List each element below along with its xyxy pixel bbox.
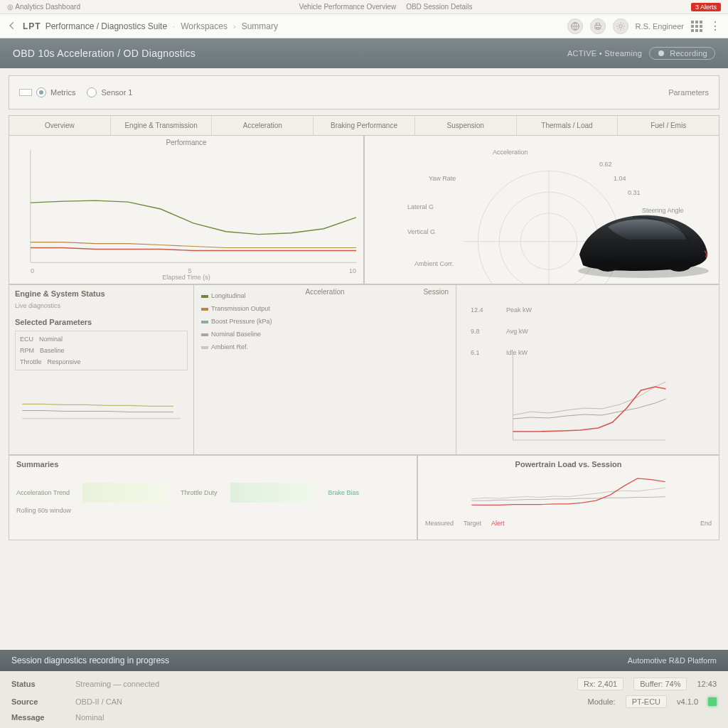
sparkline-1[interactable] <box>230 483 316 503</box>
svg-point-4 <box>619 24 622 28</box>
side-title: Engine & System Status <box>15 289 188 298</box>
side-panel: Engine & System Status Live diagnostics … <box>9 285 194 454</box>
brand-mark: LPT <box>23 21 41 31</box>
svg-text:10: 10 <box>349 267 356 274</box>
print-icon[interactable] <box>590 18 606 34</box>
f-right-a2[interactable]: Buffer: 74% <box>633 678 687 690</box>
footband-left: Session diagnostics recording in progres… <box>11 655 169 665</box>
panel-summaries: Summaries Acceleration Trend Throttle Du… <box>9 455 417 540</box>
filters-right-tab[interactable]: Parameters <box>668 88 709 97</box>
globe-icon[interactable] <box>567 18 583 34</box>
tab-row: Overview Engine & Transmission Accelerat… <box>9 115 719 135</box>
side-item-2[interactable]: ThrottleResponsive <box>20 358 183 365</box>
radio-icon <box>87 87 97 97</box>
f-right-b1: Module: <box>588 697 616 706</box>
sparks-sub: Rolling 60s window <box>16 507 410 514</box>
tab-fuel[interactable]: Fuel / Emis <box>618 116 719 135</box>
tab-thermals[interactable]: Thermals / Load <box>517 116 619 135</box>
footer: Status Streaming — connected Rx: 2,401 B… <box>0 671 728 728</box>
chart-acceleration[interactable]: Session Acceleration Longitudinal Transm… <box>194 285 456 454</box>
pw-lbl-0: Peak kW <box>506 306 532 314</box>
side-h2: Selected Parameters <box>15 318 188 326</box>
page-title: OBD 10s Acceleration / OD Diagnostics <box>13 48 196 59</box>
toggle-icon <box>19 89 32 96</box>
status-label: ACTIVE • Streaming <box>567 49 642 58</box>
f-r3v: Nominal <box>75 713 418 722</box>
chrome-tab-1[interactable]: Vehicle Performance Overview <box>299 3 396 11</box>
lbl-yaw: Yaw Rate <box>429 175 456 182</box>
chrome-tab-2[interactable]: OBD Session Details <box>406 3 472 11</box>
spark-lbl-2[interactable]: Brake Bias <box>328 489 360 496</box>
chrome-left: ◎ Analytics Dashboard <box>7 3 80 11</box>
alerts-badge[interactable]: 3 Alerts <box>691 3 721 11</box>
side-sub: Live diagnostics <box>15 302 188 309</box>
pt-leg-1: Target <box>464 520 481 527</box>
vehicle-illustration <box>565 194 714 279</box>
recording-pill[interactable]: Recording <box>649 47 715 60</box>
browser-chrome: ◎ Analytics Dashboard Vehicle Performanc… <box>0 0 728 14</box>
spark-lbl-0[interactable]: Acceleration Trend <box>16 489 70 496</box>
breadcrumb-1[interactable]: Workspaces <box>181 21 228 31</box>
back-button[interactable] <box>7 21 17 32</box>
side-sparkline <box>15 379 188 429</box>
mid-title: Acceleration <box>305 288 344 296</box>
side-item-0[interactable]: ECUNominal <box>20 336 183 343</box>
panel-telemetry-radial: Acceleration 0.62 1.04 0.31 Yaw Rate Lat… <box>364 135 719 284</box>
filter-bar: Metrics Sensor 1 Parameters <box>9 75 719 109</box>
tab-braking[interactable]: Braking Performance <box>314 116 415 135</box>
app-title: Performance / Diagnostics Suite <box>46 21 167 31</box>
svg-rect-3 <box>596 27 599 29</box>
side-item-1[interactable]: RPMBaseline <box>20 347 183 354</box>
f-right-a1[interactable]: Rx: 2,401 <box>577 678 623 690</box>
val-a: 0.62 <box>599 161 612 168</box>
svg-rect-1 <box>594 25 600 28</box>
pt-title: Powertrain Load vs. Session <box>425 460 712 469</box>
f-r3k: Message <box>11 713 75 722</box>
spark-lbl-1[interactable]: Throttle Duty <box>181 489 218 496</box>
mid-legend: Longitudinal Transmission Output Boost P… <box>201 292 272 350</box>
chart-power-mini[interactable] <box>456 348 719 454</box>
more-icon[interactable]: ⋮ <box>710 19 721 33</box>
tab-engine[interactable]: Engine & Transmission <box>111 116 213 135</box>
mid-tab[interactable]: Session <box>423 288 449 296</box>
tab-acceleration[interactable]: Acceleration <box>212 116 314 135</box>
lbl-latg: Lateral G <box>407 203 434 210</box>
lbl-accel: Acceleration <box>493 149 528 156</box>
crumb-sep: · <box>173 22 175 31</box>
f-right-b2[interactable]: PT-ECU <box>626 695 667 708</box>
pt-axis-end: End <box>700 520 712 527</box>
mid-row: Engine & System Status Live diagnostics … <box>9 284 719 455</box>
sparkline-0[interactable] <box>82 483 168 503</box>
chart-powertrain-load[interactable]: Powertrain Load vs. Session Measured Tar… <box>417 455 719 540</box>
navbar: LPT Performance / Diagnostics Suite · Wo… <box>0 14 728 38</box>
page-titleband: OBD 10s Acceleration / OD Diagnostics AC… <box>0 38 728 68</box>
upper-row: Performance 0 5 10 Elapsed Time (s) <box>9 135 719 284</box>
pt-leg-0: Measured <box>425 520 454 527</box>
filter-opt-metrics[interactable]: Metrics <box>19 87 75 97</box>
svg-point-17 <box>596 259 620 272</box>
f-r1k: Status <box>11 680 75 688</box>
content: Metrics Sensor 1 Parameters Overview Eng… <box>0 68 728 650</box>
chart-xlabel: Elapsed Time (s) <box>162 274 210 281</box>
record-icon <box>657 49 665 58</box>
pw-lbl-1: Avg kW <box>506 328 528 335</box>
chart-performance[interactable]: Performance 0 5 10 Elapsed Time (s) <box>9 135 364 284</box>
user-label[interactable]: R.S. Engineer <box>636 22 684 31</box>
pw-val-1: 9.8 <box>471 328 480 335</box>
f-r1v: Streaming — connected <box>75 680 418 688</box>
breadcrumb-2[interactable]: Summary <box>242 21 278 31</box>
f-r2k: Source <box>11 697 75 706</box>
svg-rect-2 <box>596 23 599 25</box>
f-right-b3: v4.1.0 <box>677 697 698 706</box>
summaries-title: Summaries <box>16 460 410 469</box>
pt-leg-2: Alert <box>491 520 505 527</box>
tab-overview[interactable]: Overview <box>9 116 111 135</box>
f-r2v: OBD-II / CAN <box>75 697 418 706</box>
filter-opt-sensor[interactable]: Sensor 1 <box>87 87 132 97</box>
gear-icon[interactable] <box>613 18 628 34</box>
tab-suspension[interactable]: Suspension <box>415 116 517 135</box>
svg-text:0: 0 <box>31 267 34 274</box>
lbl-vg: Vertical G <box>407 228 435 235</box>
apps-icon[interactable] <box>691 21 702 32</box>
footer-band: Session diagnostics recording in progres… <box>0 650 728 671</box>
